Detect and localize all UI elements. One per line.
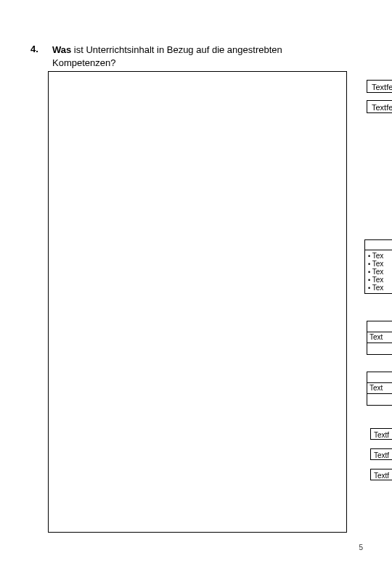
textfield-fragment[interactable]: Textfel [367,80,392,93]
textfield-fragment[interactable]: Textf [370,428,392,440]
question-rest: ist Unterrichtsinhalt in Bezug auf die a… [52,44,282,68]
list-item: Tex [368,268,391,276]
side-group-b: Tex Tex Tex Tex Tex [364,250,392,294]
table-row[interactable]: Text [367,383,392,394]
side-group-b-header [364,239,392,250]
question-bold-word: Was [52,44,71,55]
question-heading: 4. Was ist Unterrichtsinhalt in Bezug au… [30,44,346,69]
page-number: 5 [359,544,363,551]
side-group-a: Textfel Textfel [367,80,392,120]
side-table-2: Text [367,372,392,406]
question-text: Was ist Unterrichtsinhalt in Bezug auf d… [52,44,346,69]
textfield-fragment[interactable]: Textf [370,469,392,480]
list-item: Tex [368,260,391,268]
side-table-1: Text [367,321,392,355]
list-item: Tex [368,276,391,284]
table-row[interactable] [367,321,392,332]
content-textarea[interactable] [48,71,347,533]
question-number: 4. [30,44,52,69]
textfield-fragment[interactable]: Textfel [367,100,392,113]
table-row[interactable] [367,394,392,405]
table-row[interactable]: Text [367,332,392,343]
table-row[interactable] [367,372,392,383]
list-item: Tex [368,284,391,292]
list-item: Tex [368,252,391,260]
side-group-c: Textf Textf Textf [370,428,392,489]
table-row[interactable] [367,343,392,354]
textfield-fragment[interactable]: Textf [370,448,392,460]
